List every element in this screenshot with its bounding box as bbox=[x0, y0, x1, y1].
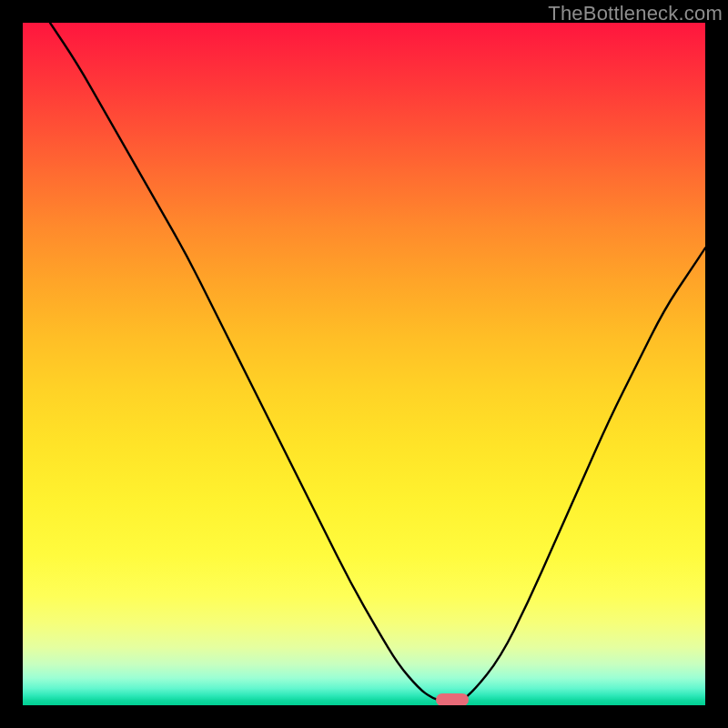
plot-area bbox=[23, 23, 705, 705]
optimal-point-marker bbox=[436, 693, 469, 705]
bottleneck-curve bbox=[23, 23, 705, 705]
curve-path bbox=[50, 23, 705, 702]
chart-frame: TheBottleneck.com bbox=[0, 0, 728, 728]
